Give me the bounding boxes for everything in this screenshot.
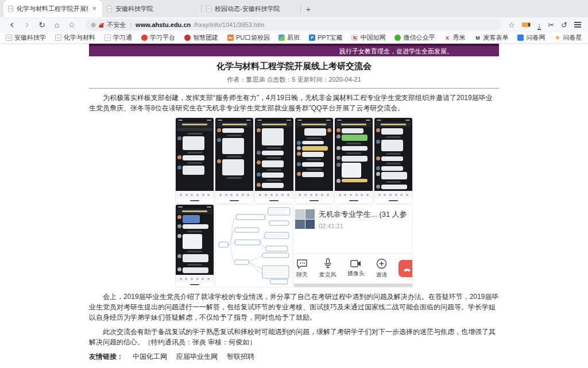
mindmap-graphic (215, 205, 292, 287)
chat-message (257, 151, 291, 155)
chat-bubble (381, 156, 403, 161)
phone-screen (295, 118, 333, 191)
chat-timestamp (187, 264, 202, 266)
bookmark-yiban[interactable]: 易班 (278, 33, 300, 42)
back-icon[interactable]: ‹ (6, 18, 18, 31)
bookmark-zhihuituanjian[interactable]: 智慧团建 (184, 33, 218, 42)
call-camera-button[interactable]: 摄像头 (347, 259, 365, 278)
hangup-button[interactable] (399, 260, 413, 277)
chat-message (336, 135, 371, 141)
chat-message (376, 172, 411, 179)
chat-message (177, 155, 212, 160)
chat-timestamp (227, 135, 242, 136)
chat-message (336, 156, 371, 162)
call-header: 无机非专业学生... (31 人参 02:41:21 (294, 205, 412, 229)
avatar (376, 166, 380, 170)
doc-icon (105, 34, 111, 41)
screenshot-scissors-icon[interactable]: ✂ (548, 21, 554, 29)
favorite-star-icon[interactable]: ☆ (65, 18, 78, 31)
tab-article[interactable]: 化学与材料工程学院开展线上考 × (3, 0, 102, 17)
chat-screenshot (334, 117, 373, 204)
bookmark-pu[interactable]: PUPU口袋校园 (227, 33, 269, 42)
avatar (257, 160, 261, 164)
download-icon[interactable]: ↓ (537, 21, 541, 29)
bookmark-ahstu[interactable]: 安徽科技学 (6, 33, 46, 42)
chat-bubble (381, 166, 403, 171)
chat-input-toolbar (374, 191, 412, 198)
chat-bubble (222, 128, 244, 133)
tab-ahstu-home[interactable]: 安徽科技学院 (102, 0, 201, 17)
bookmark-hxxy[interactable]: 化学与材料 (55, 33, 95, 42)
bookmark-cnki[interactable]: 知中国知网 (351, 33, 385, 42)
avatar (376, 156, 380, 160)
avatar (217, 159, 221, 163)
forward-icon[interactable]: › (21, 18, 33, 31)
chat-timestamp (307, 168, 322, 170)
bookmark-wenjuan[interactable]: 问卷网 (517, 33, 545, 42)
chat-message (217, 138, 252, 154)
undo-icon[interactable]: ↺ (561, 21, 567, 29)
cnki-icon: 知 (351, 34, 358, 41)
footer-link-yjbys[interactable]: 应届毕业生网 (176, 352, 218, 362)
xiumi-icon: X (444, 34, 450, 41)
chat-header (296, 122, 332, 127)
chat-message (297, 172, 331, 177)
call-invite-button[interactable]: 邀请 (376, 258, 388, 279)
tab-close-icon[interactable]: × (91, 5, 98, 13)
article-paragraph: 此次交流会有助于备战复试的学子熟悉复试和择校时可能遇到的问题，缓解了考研学子们对… (89, 327, 499, 347)
page-favicon-icon (8, 6, 13, 12)
insecure-lock-icon (99, 22, 104, 28)
address-bar[interactable]: ⊕ 不安全 | www.ahstu.edu.cn /hxxy/info/1041… (85, 19, 501, 30)
chat-timestamp (187, 152, 202, 154)
avatar (297, 172, 301, 176)
bookmark-ppt[interactable]: PPPT宝藏 (309, 33, 342, 42)
friend-links: 友情链接： 中国化工网 应届毕业生网 智联招聘 (89, 352, 499, 362)
avatar (336, 156, 341, 160)
chat-bubble (262, 172, 284, 178)
url-host: www.ahstu.edu.cn (136, 21, 191, 28)
bookmark-star-icon[interactable]: ☆ (508, 21, 515, 29)
avatar (376, 140, 380, 144)
extension-battery-icon[interactable] (522, 22, 531, 27)
menu-icon[interactable] (574, 22, 581, 28)
bookmark-xuexipingtai[interactable]: 学习平台 (141, 33, 175, 42)
mindmap-screenshot (215, 204, 293, 288)
address-separator: | (129, 21, 133, 28)
call-group-title: 无机非专业学生... (31 人参 (319, 209, 407, 220)
friend-links-label: 友情链接： (89, 352, 123, 362)
call-chat-button[interactable]: 聊天 (296, 259, 308, 279)
home-icon[interactable]: ⌂ (51, 18, 63, 31)
chat-input-toolbar (176, 275, 214, 282)
avatar (297, 152, 301, 156)
bookmark-wjx[interactable]: ★问卷星 (554, 33, 582, 42)
chat-message (376, 128, 411, 135)
browser-toolbar: ‹ › ↻ ⌂ ☆ ⊕ 不安全 | www.ahstu.edu.cn /hxxy… (0, 17, 588, 32)
avatar (336, 135, 341, 139)
chat-timestamp (307, 159, 322, 160)
reload-icon[interactable]: ↻ (36, 18, 48, 31)
avatar (297, 146, 301, 150)
doc-icon (6, 34, 12, 41)
bookmark-xiumi[interactable]: X秀米 (444, 33, 465, 42)
footer-link-chemnet[interactable]: 中国化工网 (133, 352, 167, 362)
new-tab-button[interactable]: + (301, 1, 316, 16)
footer-link-zhaopin[interactable]: 智联招聘 (227, 352, 254, 362)
tab-campus-news[interactable]: 校园动态-安徽科技学院 (202, 0, 300, 17)
avatar (376, 128, 380, 132)
phone-screen (176, 118, 214, 191)
avatar (257, 128, 261, 132)
bookmark-mikecrm[interactable]: M麦客表单 (474, 33, 508, 42)
chat-bubble (183, 267, 208, 273)
bookmark-wechat[interactable]: 微信公众平 (394, 33, 435, 42)
chat-bubble (381, 185, 407, 189)
bookmark-xuexitong[interactable]: 学习通 (105, 33, 132, 42)
avatar (257, 172, 261, 177)
avatar (217, 138, 221, 142)
site-info-icon[interactable]: ⊕ (91, 21, 96, 29)
chat-timestamp (187, 231, 202, 232)
chat-message (257, 128, 291, 145)
site-slogan-banner: 践行子女教育理念，促进学生全面发展。 (89, 46, 499, 56)
avatar (177, 254, 181, 258)
call-mic-button[interactable]: 麦克风 (319, 258, 336, 279)
chat-bubble (381, 128, 403, 135)
